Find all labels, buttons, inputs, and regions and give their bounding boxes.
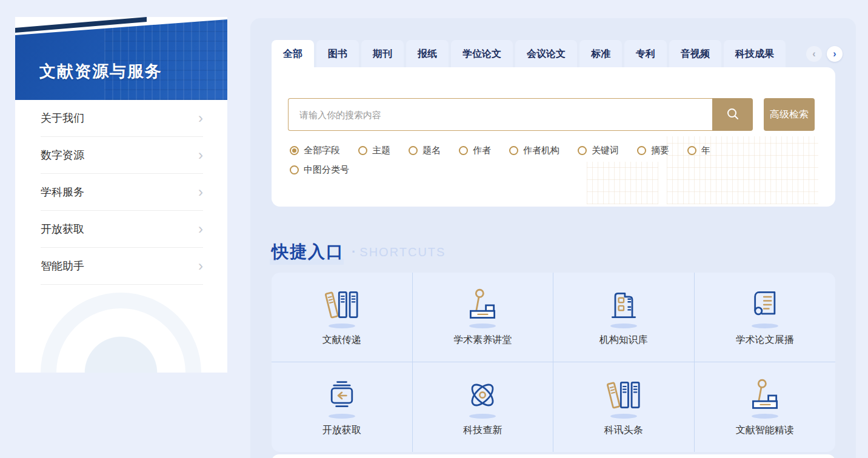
books-icon <box>322 288 361 322</box>
tab-5[interactable]: 会议论文 <box>515 40 577 67</box>
shortcut-label: 学术论文展播 <box>736 334 794 347</box>
section-title: 快捷入口 <box>272 242 344 261</box>
search-field-radio-2[interactable]: 题名 <box>409 145 441 156</box>
radio-icon <box>687 146 696 155</box>
field-label: 作者 <box>473 145 491 156</box>
shortcuts-grid: 文献传递 学术素养讲堂 机构知识库 学术论文展播 <box>272 273 835 452</box>
atom-icon <box>463 378 502 412</box>
icon-shadow-decoration <box>610 414 637 419</box>
tabs-prev-icon[interactable]: ‹ <box>806 46 822 62</box>
field-label: 摘要 <box>651 145 669 156</box>
shortcuts-header: 快捷入口 · SHORTCUTS <box>272 239 446 265</box>
sidebar-menu: 关于我们 ›数字资源 ›学科服务 ›开放获取 ›智能助手 › <box>15 100 227 285</box>
icon-shadow-decoration <box>329 414 355 419</box>
search-button[interactable] <box>712 98 753 131</box>
icon-shadow-decoration <box>469 414 496 419</box>
sidebar: 文献资源与服务 关于我们 ›数字资源 ›学科服务 ›开放获取 ›智能助手 › <box>15 17 227 373</box>
radio-icon <box>409 146 418 155</box>
sidebar-item-0[interactable]: 关于我们 › <box>41 100 203 137</box>
search-field-radio-0[interactable]: 全部字段 <box>290 145 340 156</box>
scroll-icon <box>746 288 784 322</box>
search-field-radio-5[interactable]: 关键词 <box>578 145 619 156</box>
chevron-right-icon: › <box>198 222 203 236</box>
shortcut-label: 文献传递 <box>322 334 361 347</box>
field-label: 年 <box>701 145 710 156</box>
search-field-radio-6[interactable]: 摘要 <box>637 145 669 156</box>
shortcut-item-6[interactable]: 科讯头条 <box>553 362 695 452</box>
radio-icon <box>509 146 518 155</box>
radio-icon <box>290 165 299 174</box>
advanced-search-button[interactable]: 高级检索 <box>764 98 815 131</box>
resource-type-tabs: 全部图书期刊报纸学位论文会议论文标准专利音视频科技成果‹ › <box>272 40 843 67</box>
shortcut-item-2[interactable]: 机构知识库 <box>553 273 695 362</box>
tab-0[interactable]: 全部 <box>272 40 314 67</box>
building-icon <box>604 288 643 322</box>
tabs-next-icon[interactable]: › <box>827 46 843 62</box>
podium-icon <box>463 288 502 322</box>
radio-icon <box>637 146 646 155</box>
building-photo-overlay <box>104 17 227 100</box>
icon-shadow-decoration <box>752 414 778 419</box>
tab-9[interactable]: 科技成果 <box>724 40 786 67</box>
sidebar-item-label: 数字资源 <box>41 148 84 162</box>
shortcut-label: 科讯头条 <box>604 424 643 437</box>
sidebar-item-label: 关于我们 <box>41 111 84 125</box>
field-label: 主题 <box>372 145 390 156</box>
inbox-arrow-icon <box>322 378 361 412</box>
icon-shadow-decoration <box>469 324 496 328</box>
search-card: 高级检索 全部字段 主题 题名 作者 作者机构 关键词 摘要 年 <box>272 67 835 207</box>
shortcut-label: 机构知识库 <box>599 334 648 347</box>
icon-shadow-decoration <box>752 324 778 328</box>
tab-3[interactable]: 报纸 <box>406 40 449 67</box>
main-panel: 全部图书期刊报纸学位论文会议论文标准专利音视频科技成果‹ › 高级检索 全部字段… <box>250 18 856 458</box>
icon-shadow-decoration <box>329 324 355 328</box>
field-label: 关键词 <box>592 145 619 156</box>
chevron-right-icon: › <box>198 185 203 199</box>
search-field-radio-3[interactable]: 作者 <box>459 145 491 156</box>
search-row: 高级检索 <box>288 98 815 131</box>
shortcut-label: 文献智能精读 <box>736 424 794 437</box>
title-dot-separator: · <box>352 244 356 260</box>
tab-4[interactable]: 学位论文 <box>451 40 513 67</box>
tab-2[interactable]: 期刊 <box>361 40 404 67</box>
sidebar-item-1[interactable]: 数字资源 › <box>41 137 203 174</box>
shortcut-item-0[interactable]: 文献传递 <box>272 273 413 362</box>
sidebar-item-label: 学科服务 <box>41 185 84 199</box>
chevron-right-icon: › <box>198 148 203 162</box>
sidebar-item-label: 智能助手 <box>41 259 84 273</box>
tab-6[interactable]: 标准 <box>579 40 622 67</box>
tab-1[interactable]: 图书 <box>316 40 359 67</box>
sidebar-item-2[interactable]: 学科服务 › <box>41 174 203 211</box>
tab-8[interactable]: 音视频 <box>669 40 721 67</box>
shortcut-item-3[interactable]: 学术论文展播 <box>695 273 836 362</box>
tab-7[interactable]: 专利 <box>624 40 667 67</box>
sidebar-item-3[interactable]: 开放获取 › <box>41 211 203 248</box>
search-field-radio-1[interactable]: 主题 <box>358 145 390 156</box>
section-subtitle: SHORTCUTS <box>359 245 446 259</box>
field-label: 作者机构 <box>523 145 559 156</box>
chevron-right-icon: › <box>198 111 203 125</box>
shortcut-label: 学术素养讲堂 <box>453 334 512 347</box>
institution-seal-watermark <box>41 293 201 373</box>
books-icon <box>604 378 643 412</box>
radio-icon <box>290 146 299 155</box>
search-field-radio-7[interactable]: 年 <box>687 145 710 156</box>
search-field-options: 全部字段 主题 题名 作者 作者机构 关键词 摘要 年 中图分类号 <box>290 145 763 176</box>
shortcut-item-4[interactable]: 开放获取 <box>272 362 413 452</box>
sidebar-item-label: 开放获取 <box>41 222 84 236</box>
shortcut-item-5[interactable]: 科技查新 <box>413 362 554 452</box>
field-label: 全部字段 <box>304 145 340 156</box>
chevron-right-icon: › <box>198 259 203 273</box>
search-field-radio-4[interactable]: 作者机构 <box>509 145 559 156</box>
next-section-edge <box>272 454 835 458</box>
search-input[interactable] <box>288 98 712 131</box>
shortcut-label: 开放获取 <box>322 424 361 437</box>
tab-scroll-arrows: ‹ › <box>806 46 843 62</box>
shortcut-item-1[interactable]: 学术素养讲堂 <box>413 273 554 362</box>
search-field-radio-8[interactable]: 中图分类号 <box>290 164 349 176</box>
field-label: 题名 <box>422 145 441 156</box>
radio-icon <box>358 146 367 155</box>
sidebar-title: 文献资源与服务 <box>39 61 162 82</box>
sidebar-item-4[interactable]: 智能助手 › <box>41 248 203 285</box>
shortcut-item-7[interactable]: 文献智能精读 <box>695 362 836 452</box>
